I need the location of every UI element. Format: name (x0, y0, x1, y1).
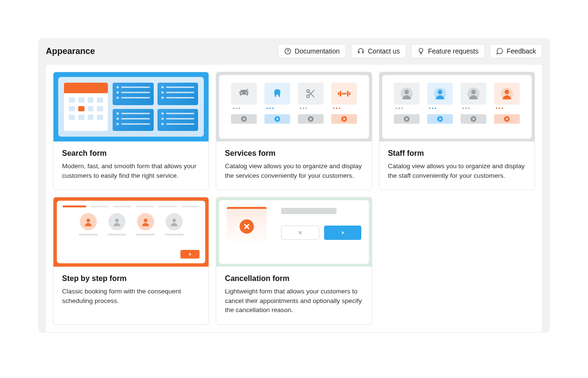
card-title: Step by step form (62, 274, 200, 283)
contact-us-button[interactable]: Contact us (351, 44, 406, 58)
person-icon (433, 87, 447, 100)
card-title: Cancellation form (225, 274, 363, 283)
card-desc: Modern, fast, and smooth form that allow… (62, 162, 200, 180)
page-title: Appearance (46, 46, 95, 56)
preview-services-form (216, 72, 371, 141)
appearance-panel: Appearance Documentation Contact us Feat… (38, 38, 550, 333)
svg-rect-8 (342, 93, 346, 95)
card-desc: Catalog view allows you to organize and … (225, 162, 363, 180)
person-icon (112, 216, 122, 227)
card-desc: Classic booking form with the consequent… (62, 287, 200, 305)
scissors-icon (305, 88, 316, 99)
next-step-icon (180, 250, 200, 259)
svg-point-21 (144, 219, 147, 222)
cancel-button-preview-icon (281, 226, 319, 240)
card-services-form[interactable]: Services form Catalog view allows you to… (216, 72, 372, 190)
documentation-label: Documentation (295, 47, 340, 55)
svg-point-3 (307, 95, 310, 98)
person-icon (83, 216, 94, 227)
card-desc: Catalog view allows you to organize and … (388, 162, 526, 180)
person-icon (169, 216, 179, 227)
close-circle-icon (240, 219, 254, 234)
svg-rect-7 (340, 91, 341, 97)
contact-us-label: Contact us (368, 47, 400, 55)
feedback-button[interactable]: Feedback (490, 44, 542, 58)
help-circle-icon (284, 47, 292, 55)
card-title: Services form (225, 149, 363, 158)
documentation-button[interactable]: Documentation (278, 44, 346, 58)
svg-point-22 (172, 219, 176, 222)
svg-point-16 (472, 90, 476, 94)
preview-cancellation-form (216, 197, 371, 267)
person-icon (500, 87, 514, 100)
card-step-by-step-form[interactable]: Step by step form Classic booking form w… (53, 197, 209, 325)
svg-rect-10 (349, 92, 350, 95)
form-cards-grid: Search form Modern, fast, and smooth for… (53, 72, 535, 325)
person-icon (140, 216, 151, 227)
svg-point-18 (505, 90, 509, 94)
confirm-button-preview-icon (324, 226, 361, 240)
svg-rect-6 (338, 92, 339, 95)
chat-icon (496, 47, 504, 55)
card-cancellation-form[interactable]: Cancellation form Lightweight form that … (216, 197, 372, 325)
person-icon (467, 87, 480, 100)
svg-point-1 (287, 53, 288, 53)
feature-requests-button[interactable]: Feature requests (411, 44, 485, 58)
svg-point-19 (86, 219, 90, 222)
topbar: Appearance Documentation Contact us Feat… (38, 38, 550, 64)
content-area: Search form Modern, fast, and smooth for… (45, 64, 543, 333)
car-repair-icon (238, 88, 250, 99)
calendar-icon (64, 83, 108, 131)
preview-staff-form (379, 72, 535, 141)
preview-step-by-step-form (53, 197, 209, 267)
card-staff-form[interactable]: Staff form Catalog view allows you to or… (379, 72, 535, 190)
svg-point-2 (307, 90, 310, 93)
feature-requests-label: Feature requests (428, 47, 479, 55)
feedback-label: Feedback (507, 47, 536, 55)
tooth-icon (272, 88, 283, 99)
card-title: Staff form (388, 149, 526, 158)
lightbulb-icon (417, 47, 425, 55)
card-desc: Lightweight form that allows your custom… (225, 287, 363, 315)
svg-point-12 (405, 90, 409, 94)
svg-point-20 (115, 219, 118, 222)
svg-rect-9 (347, 91, 348, 97)
top-buttons: Documentation Contact us Feature request… (278, 44, 542, 58)
headset-icon (357, 47, 365, 55)
card-title: Search form (62, 149, 200, 158)
preview-search-form (53, 72, 209, 141)
svg-point-14 (438, 90, 442, 94)
person-icon (400, 87, 413, 100)
card-search-form[interactable]: Search form Modern, fast, and smooth for… (53, 72, 209, 190)
dumbbell-icon (338, 89, 350, 98)
